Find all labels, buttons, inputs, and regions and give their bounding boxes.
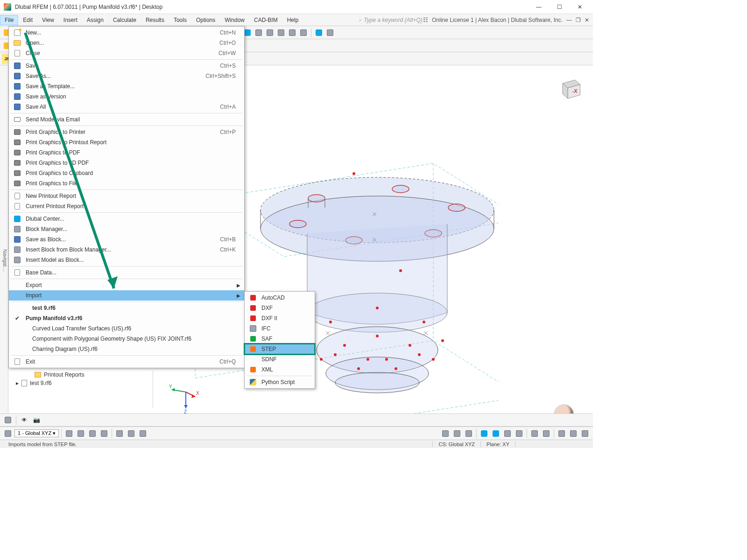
s2-r12-icon[interactable] [580, 428, 590, 439]
mdi-restore-button[interactable]: ❐ [576, 17, 581, 23]
tb-misc4-icon[interactable] [265, 28, 275, 38]
import-step[interactable]: STEP [245, 344, 315, 354]
menu-insert-block[interactable]: Insert Block from Block Manager...Ctrl+K [9, 245, 244, 255]
mdi-close-button[interactable]: ✕ [585, 17, 589, 23]
mdi-minimize-button[interactable]: — [566, 17, 572, 23]
s2-r2-icon[interactable] [452, 428, 462, 439]
import-xml[interactable]: XML [245, 364, 315, 375]
menu-edit[interactable]: Edit [18, 15, 37, 25]
s2-r11-icon[interactable] [568, 428, 578, 439]
s2-e-icon[interactable] [114, 428, 125, 439]
menu-save-block[interactable]: Save as Block...Ctrl+B [9, 234, 244, 245]
menu-exit[interactable]: ExitCtrl+Q [9, 357, 244, 367]
menu-dlubal-center[interactable]: Dlubal Center... [9, 214, 244, 224]
snap-icon[interactable] [3, 428, 13, 439]
menu-help[interactable]: Help [282, 15, 303, 25]
s2-r3-icon[interactable] [464, 428, 474, 439]
menu-current-printout[interactable]: Current Printout Report [9, 201, 244, 211]
s2-f-icon[interactable] [126, 428, 136, 439]
import-saf[interactable]: SAF [245, 334, 315, 344]
s2-r9-icon[interactable] [541, 428, 551, 439]
vm-panels-icon[interactable] [3, 415, 13, 425]
menu-print-report[interactable]: Print Graphics to Printout Report [9, 137, 244, 147]
svg-point-31 [366, 358, 369, 361]
tree-test9[interactable]: ▸test 9.rf6 [8, 379, 153, 387]
menu-cadbim[interactable]: CAD-BIM [249, 15, 282, 25]
menu-import[interactable]: Import▶ [9, 290, 244, 301]
import-python[interactable]: Python Script [245, 377, 315, 387]
maximize-button[interactable]: ☐ [550, 1, 569, 13]
recent-file-4[interactable]: Component with Polygonal Geometry Shape … [9, 334, 244, 344]
s2-r1-icon[interactable] [440, 428, 451, 439]
view-cube[interactable]: -X [556, 75, 584, 103]
menu-options[interactable]: Options [191, 15, 220, 25]
menu-save-all[interactable]: Save AllCtrl+A [9, 102, 244, 112]
menu-new-printout[interactable]: New Printout Report [9, 191, 244, 201]
menu-save-version[interactable]: Save as Version [9, 91, 244, 102]
menu-print-printer[interactable]: Print Graphics to PrinterCtrl+P [9, 127, 244, 137]
menu-print-3dpdf[interactable]: Print Graphics to 3D PDF [9, 158, 244, 168]
s2-r4-icon[interactable] [479, 428, 489, 439]
vm-eye-icon[interactable]: 👁 [19, 415, 29, 425]
menu-print-pdf[interactable]: Print Graphics to PDF [9, 147, 244, 158]
s2-a-icon[interactable] [64, 428, 74, 439]
minimize-button[interactable]: — [529, 1, 548, 13]
menu-base-data[interactable]: Base Data... [9, 267, 244, 278]
menu-save-template[interactable]: Save as Template... [9, 81, 244, 91]
navigator-tree[interactable]: Printout Reports ▸test 9.rf6 [8, 371, 153, 408]
tb-misc5-icon[interactable] [276, 28, 286, 38]
import-autocad[interactable]: AutoCAD [245, 293, 315, 303]
menu-assign[interactable]: Assign [82, 15, 108, 25]
import-dxf2[interactable]: DXF II [245, 313, 315, 323]
menu-calculate[interactable]: Calculate [108, 15, 141, 25]
menu-print-file[interactable]: Print Graphics to File [9, 178, 244, 189]
menu-results[interactable]: Results [141, 15, 169, 25]
recent-file-1[interactable]: test 9.rf6 [9, 303, 244, 313]
s2-d-icon[interactable] [99, 428, 109, 439]
tb-misc3-icon[interactable] [254, 28, 264, 38]
tree-printout-reports[interactable]: Printout Reports [8, 371, 153, 379]
s2-g-icon[interactable] [138, 428, 148, 439]
menu-save-as[interactable]: Save As...Ctrl+Shift+S [9, 71, 244, 81]
menu-block-manager[interactable]: Block Manager... [9, 224, 244, 234]
menu-new[interactable]: New...Ctrl+N [9, 28, 244, 38]
tb-misc8-icon[interactable] [314, 28, 324, 38]
menu-tools[interactable]: Tools [169, 15, 191, 25]
import-ifc[interactable]: IFC [245, 323, 315, 334]
s2-r10-icon[interactable] [557, 428, 567, 439]
s2-r7-icon[interactable] [514, 428, 524, 439]
tb-misc7-icon[interactable] [298, 28, 309, 38]
vm-camera-icon[interactable]: 📷 [31, 415, 42, 425]
s2-r8-icon[interactable] [529, 428, 540, 439]
tb-misc6-icon[interactable] [287, 28, 297, 38]
s2-r6-icon[interactable] [502, 428, 513, 439]
close-button[interactable]: ✕ [571, 1, 589, 13]
import-dxf[interactable]: DXF [245, 303, 315, 313]
s2-b-icon[interactable] [76, 428, 86, 439]
menu-print-clipboard[interactable]: Print Graphics to Clipboard [9, 168, 244, 178]
menu-view[interactable]: View [37, 15, 59, 25]
svg-point-25 [357, 367, 360, 370]
menu-open[interactable]: Open...Ctrl+O [9, 38, 244, 48]
menu-file[interactable]: File [0, 15, 18, 25]
menu-send-mail[interactable]: Send Model via Email [9, 114, 244, 125]
s2-r5-icon[interactable] [491, 428, 501, 439]
recent-file-2[interactable]: ✔Pump Manifold v3.rf6 [9, 313, 244, 323]
menu-close[interactable]: CloseCtrl+W [9, 48, 244, 58]
navigator-tab[interactable]: Navigat… [0, 65, 8, 448]
keyword-search[interactable]: › Type a keyword (Alt+Q) [359, 17, 422, 23]
menu-insert-model-block[interactable]: Insert Model as Block... [9, 255, 244, 265]
s2-c-icon[interactable] [87, 428, 98, 439]
recent-file-5[interactable]: Charring Diagram (US).rf6 [9, 344, 244, 354]
recent-file-3[interactable]: Curved Load Transfer Surfaces (US).rf6 [9, 323, 244, 334]
coord-system-select[interactable]: 1 - Global XYZ ▾ [14, 429, 59, 437]
svg-point-18 [399, 269, 402, 272]
import-sdnf[interactable]: SDNF [245, 354, 315, 364]
menu-window[interactable]: Window [220, 15, 249, 25]
menu-save[interactable]: SaveCtrl+S [9, 61, 244, 71]
svg-point-23 [334, 353, 337, 356]
expander-icon[interactable]: ▸ [16, 380, 19, 386]
menu-export[interactable]: Export▶ [9, 280, 244, 290]
tb-misc9-icon[interactable] [325, 28, 335, 38]
menu-insert[interactable]: Insert [59, 15, 82, 25]
